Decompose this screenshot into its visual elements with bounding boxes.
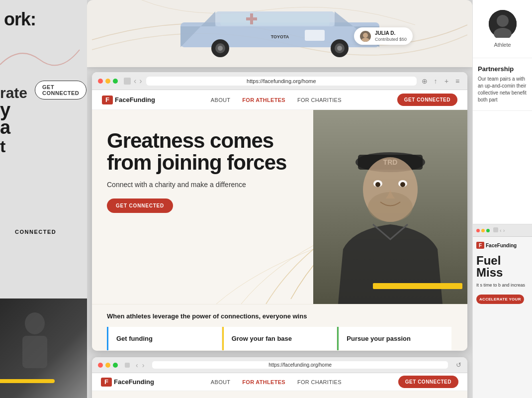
mini-body-text: It s time to b and increas xyxy=(476,283,528,289)
hero-section: Greatness comes from joining forces Conn… xyxy=(92,110,467,304)
get-connected-nav-button[interactable]: GET CONNECTED xyxy=(397,94,457,106)
bottom-close-dot[interactable] xyxy=(98,363,103,368)
mini-back-icon[interactable]: ‹ xyxy=(500,227,502,233)
bottom-get-connected-button[interactable]: GET CONNECTED xyxy=(398,376,458,388)
julia-avatar xyxy=(360,31,371,42)
back-arrow-icon[interactable]: ‹ xyxy=(134,77,136,86)
forward-arrow-icon[interactable]: › xyxy=(139,77,142,86)
svg-rect-13 xyxy=(220,13,330,25)
hero-text-block: Greatness comes from joining forces Conn… xyxy=(107,130,296,213)
browser-chrome: ‹ › https://facefunding.org/home ⊕ ↑ + ≡ xyxy=(92,72,467,90)
hero-subtitle: Connect with a charity and make a differ… xyxy=(107,181,296,189)
site-logo: F FaceFunding xyxy=(102,96,155,104)
julia-contribution-badge: JULIA D. Contributed $50 xyxy=(354,27,413,45)
bottom-logo-f-icon: F xyxy=(101,378,112,387)
partnership-section: Partnership Our team pairs a with an up-… xyxy=(473,58,532,111)
bottom-nav-for-athletes[interactable]: FOR ATHLETES xyxy=(242,379,285,385)
right-mini-browser: ‹ › F FaceFunding Fuel Miss It s time to… xyxy=(472,224,532,398)
svg-point-26 xyxy=(375,182,380,187)
mini-brand-name: FaceFunding xyxy=(486,243,517,248)
left-panel: ork: rate y a t CONNECTED GET CONNECTED xyxy=(0,0,87,398)
left-squiggle xyxy=(0,35,85,75)
browser-action-icons: ⊕ ↑ + ≡ xyxy=(421,77,461,85)
logo-text: FaceFunding xyxy=(115,96,155,103)
settings-icon[interactable]: ≡ xyxy=(453,77,461,85)
mini-logo-area: F FaceFunding xyxy=(472,237,532,251)
bottom-site-logo: F FaceFunding xyxy=(101,378,154,387)
bottom-forward-icon[interactable]: › xyxy=(142,361,145,369)
close-dot[interactable] xyxy=(98,79,103,84)
mini-minimize-dot[interactable] xyxy=(481,229,485,232)
feature-card-fanbase-label: Grow your fan base xyxy=(232,335,329,342)
mini-browser-chrome: ‹ › xyxy=(472,224,532,237)
hero-person-graphic: TRD xyxy=(313,110,467,304)
svg-point-0 xyxy=(25,312,45,334)
partnership-title: Partnership xyxy=(478,65,527,73)
bookmark-icon[interactable]: ⊕ xyxy=(421,77,429,85)
hero-image-area: TRD xyxy=(313,110,467,304)
browser-traffic-lights xyxy=(98,79,118,84)
svg-point-12 xyxy=(337,46,342,51)
bottom-logo-text: FaceFunding xyxy=(114,378,154,386)
svg-point-16 xyxy=(361,38,369,42)
feature-card-funding-label: Get funding xyxy=(116,335,213,342)
svg-text:TOYOTA: TOYOTA xyxy=(270,34,289,39)
bottom-url-bar[interactable]: https://facefunding.org/home xyxy=(152,361,448,369)
mini-accelerate-button[interactable]: ACCELERATE YOUR xyxy=(476,295,524,304)
partnership-text: Our team pairs a with an up-and-comin th… xyxy=(478,76,527,103)
yellow-accent-bar xyxy=(373,283,462,289)
logo-f-icon: F xyxy=(102,96,113,104)
video-thumbnail xyxy=(0,298,87,398)
nav-about[interactable]: ABOUT xyxy=(211,97,230,103)
mini-close-dot[interactable] xyxy=(476,229,480,232)
mini-forward-icon[interactable]: › xyxy=(503,227,505,233)
athlete-avatar xyxy=(489,10,517,38)
connected-section: CONNECTED GET CONNECTED xyxy=(15,229,56,239)
nav-links: ABOUT FOR ATHLETES FOR CHARITIES xyxy=(211,97,342,103)
tagline-section: When athletes leverage the power of conn… xyxy=(92,304,467,351)
get-connected-left-button[interactable]: GET CONNECTED xyxy=(35,81,87,100)
bottom-maximize-dot[interactable] xyxy=(113,363,118,368)
bottom-nav-links: ABOUT FOR ATHLETES FOR CHARITIES xyxy=(211,379,342,385)
page-icon xyxy=(124,78,131,85)
top-browser-window: TOYOTA JULIA D. Contributed $50 xyxy=(87,0,472,67)
athlete-section: Athlete xyxy=(473,0,532,58)
site-nav-bar: F FaceFunding ABOUT FOR ATHLETES FOR CHA… xyxy=(92,90,467,110)
athlete-label: Athlete xyxy=(478,42,527,48)
mini-maximize-dot[interactable] xyxy=(486,229,490,232)
feature-card-funding: Get funding xyxy=(107,327,221,350)
svg-rect-1 xyxy=(22,336,47,368)
share-icon[interactable]: ↑ xyxy=(432,77,440,85)
bottom-minimize-dot[interactable] xyxy=(105,363,110,368)
bottom-nav-about[interactable]: ABOUT xyxy=(211,379,230,385)
mini-nav-icons: ‹ › xyxy=(493,227,505,233)
svg-point-27 xyxy=(400,182,405,187)
hero-cta-button[interactable]: GET CONNECTED xyxy=(107,199,173,213)
hero-title: Greatness comes from joining forces xyxy=(107,130,296,174)
url-bar[interactable]: https://facefunding.org/home xyxy=(146,77,417,86)
bottom-back-icon[interactable]: ‹ xyxy=(136,361,138,369)
athlete-avatar-icon xyxy=(489,10,517,38)
bottom-nav-for-charities[interactable]: FOR CHARITIES xyxy=(297,379,342,385)
svg-point-29 xyxy=(497,15,509,27)
mini-miss-text: Miss xyxy=(476,267,528,279)
yellow-progress-bar xyxy=(0,379,55,383)
nav-for-athletes[interactable]: FOR ATHLETES xyxy=(242,97,285,103)
nav-for-charities[interactable]: FOR CHARITIES xyxy=(297,97,342,103)
tagline-text: When athletes leverage the power of conn… xyxy=(107,312,452,320)
right-panel: Athlete Partnership Our team pairs a wit… xyxy=(472,0,532,398)
feature-card-passion: Pursue your passion xyxy=(337,327,451,350)
bottom-page-icon xyxy=(125,363,130,368)
maximize-dot[interactable] xyxy=(113,79,118,84)
left-text-rate: rate xyxy=(0,85,27,101)
bottom-browser-traffic-lights xyxy=(98,363,118,368)
feature-cards: Get funding Grow your fan base Pursue yo… xyxy=(107,327,452,350)
minimize-dot[interactable] xyxy=(105,79,110,84)
bottom-reload-icon[interactable]: ↺ xyxy=(456,361,461,369)
new-tab-icon[interactable]: + xyxy=(443,77,450,85)
bottom-browser-chrome: ‹ › https://facefunding.org/home ↺ xyxy=(92,357,467,373)
left-text-ork: ork: xyxy=(4,9,36,30)
left-text-a: a xyxy=(0,117,10,138)
browser-navigation: ‹ › xyxy=(124,77,142,86)
center-browser-window: ‹ › https://facefunding.org/home ⊕ ↑ + ≡… xyxy=(92,72,467,351)
